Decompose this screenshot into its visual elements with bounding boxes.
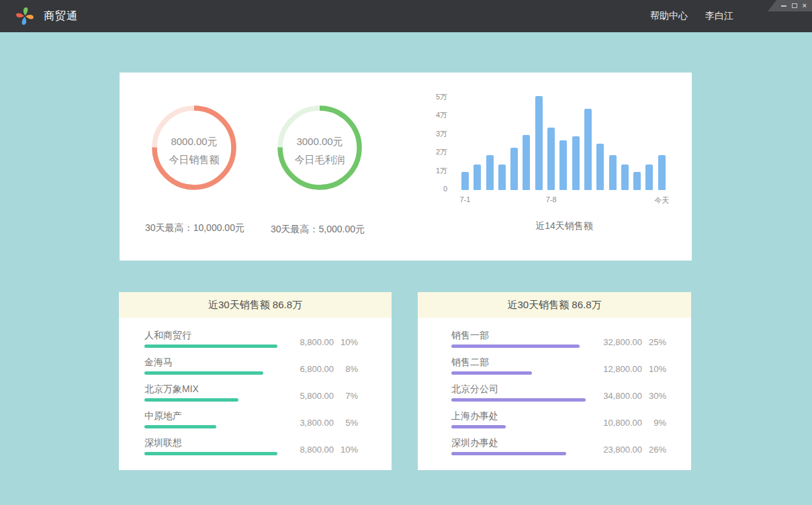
ranking-row: 上海办事处10,800.009% bbox=[451, 410, 666, 428]
y-axis-tick: 0 bbox=[430, 183, 447, 194]
bar-chart-title: 近14天销售额 bbox=[461, 220, 667, 232]
today-profit-donut: 3000.00元 今日毛利润 bbox=[277, 105, 362, 190]
ranking-label: 北京万象MIX bbox=[144, 383, 285, 395]
x-axis-label: 7-8 bbox=[546, 195, 557, 203]
today-sales-donut: 8000.00元 今日销售额 bbox=[152, 105, 236, 190]
ranking-card-title: 近30天销售额 86.8万 bbox=[119, 292, 392, 318]
ranking-label: 销售二部 bbox=[451, 356, 594, 368]
ranking-label: 深圳办事处 bbox=[451, 437, 594, 449]
ranking-progress-bar bbox=[451, 452, 566, 455]
ranking-row-main: 北京万象MIX bbox=[144, 383, 285, 402]
maximize-button[interactable] bbox=[792, 3, 797, 8]
ranking-label: 中原地产 bbox=[144, 410, 285, 422]
overview-card: 8000.00元 今日销售额 30天最高：10,000.00元 3000.00元… bbox=[120, 73, 692, 261]
ranking-row: 销售一部32,800.0025% bbox=[451, 329, 666, 348]
ranking-label: 人和商贸行 bbox=[144, 329, 285, 341]
ranking-values: 8,800.0010% bbox=[285, 445, 358, 455]
ranking-row-main: 北京分公司 bbox=[451, 383, 594, 402]
ranking-values: 6,800.008% bbox=[285, 364, 358, 375]
ranking-values: 32,800.0025% bbox=[594, 337, 666, 348]
ranking-row: 销售二部12,800.0010% bbox=[451, 356, 666, 375]
ranking-percent: 30% bbox=[642, 391, 666, 401]
ranking-values: 12,800.0010% bbox=[594, 364, 666, 375]
ranking-progress-bar bbox=[451, 345, 580, 348]
x-axis-label: 今天 bbox=[654, 195, 669, 205]
y-axis-tick: 2万 bbox=[430, 146, 447, 157]
app-title: 商贸通 bbox=[44, 9, 78, 24]
ranking-label: 金海马 bbox=[144, 356, 285, 368]
close-button[interactable]: × bbox=[803, 2, 807, 9]
ranking-percent: 25% bbox=[642, 337, 666, 347]
ranking-progress-bar bbox=[451, 371, 532, 375]
ranking-row-main: 销售一部 bbox=[451, 329, 594, 348]
ranking-row-main: 深圳联想 bbox=[144, 437, 285, 455]
help-center-link[interactable]: 帮助中心 bbox=[650, 10, 688, 22]
ranking-amount: 3,800.00 bbox=[285, 418, 334, 428]
minimize-button[interactable] bbox=[781, 5, 786, 7]
ranking-values: 5,800.007% bbox=[285, 391, 358, 402]
ranking-row-main: 深圳办事处 bbox=[451, 437, 594, 455]
donut-center-text: 3000.00元 今日毛利润 bbox=[277, 105, 362, 190]
ranking-progress-bar bbox=[451, 398, 586, 402]
ranking-row: 金海马6,800.008% bbox=[144, 356, 358, 375]
ranking-list: 人和商贸行8,800.0010%金海马6,800.008%北京万象MIX5,80… bbox=[119, 318, 392, 455]
profit-30d-max: 30天最高：5,000.00元 bbox=[230, 224, 405, 236]
chart-bar bbox=[621, 165, 629, 191]
ranking-row: 深圳联想8,800.0010% bbox=[144, 437, 358, 455]
ranking-row: 深圳办事处23,800.0026% bbox=[451, 437, 666, 455]
ranking-amount: 12,800.00 bbox=[594, 364, 642, 374]
chart-bar bbox=[572, 136, 580, 190]
chart-bar bbox=[559, 140, 567, 190]
user-name-link[interactable]: 李白江 bbox=[705, 10, 733, 22]
x-axis-label: 7-1 bbox=[460, 195, 471, 203]
ranking-percent: 10% bbox=[334, 337, 358, 347]
ranking-progress-bar bbox=[144, 371, 263, 375]
y-axis-tick: 3万 bbox=[430, 128, 447, 139]
ranking-values: 34,800.0030% bbox=[594, 391, 666, 402]
ranking-label: 销售一部 bbox=[451, 329, 594, 341]
today-sales-value: 8000.00元 bbox=[171, 136, 217, 148]
chart-bar bbox=[510, 148, 518, 190]
pinwheel-logo-icon bbox=[15, 6, 35, 26]
chart-bar bbox=[645, 165, 653, 191]
chart-bar bbox=[461, 172, 469, 191]
ranking-percent: 10% bbox=[642, 364, 666, 374]
ranking-row: 人和商贸行8,800.0010% bbox=[144, 329, 358, 348]
chart-bar bbox=[547, 128, 555, 191]
brand: 商贸通 bbox=[0, 6, 78, 26]
titlebar: 商贸通 帮助中心 李白江 × bbox=[0, 0, 812, 32]
ranking-amount: 32,800.00 bbox=[594, 337, 642, 347]
ranking-card-title: 近30天销售额 86.8万 bbox=[418, 292, 691, 318]
customer-sales-ranking-card: 近30天销售额 86.8万 人和商贸行8,800.0010%金海马6,800.0… bbox=[119, 292, 392, 470]
donut-center-text: 8000.00元 今日销售额 bbox=[152, 105, 236, 190]
ranking-progress-bar bbox=[144, 452, 277, 455]
ranking-values: 3,800.005% bbox=[285, 418, 358, 428]
ranking-amount: 5,800.00 bbox=[285, 391, 334, 401]
chart-bar bbox=[498, 165, 506, 191]
y-axis-tick: 1万 bbox=[430, 165, 447, 176]
ranking-row: 北京分公司34,800.0030% bbox=[451, 383, 666, 402]
ranking-amount: 8,800.00 bbox=[285, 337, 334, 347]
ranking-percent: 26% bbox=[642, 445, 666, 455]
ranking-percent: 8% bbox=[334, 364, 358, 374]
ranking-row-main: 上海办事处 bbox=[451, 410, 594, 428]
department-sales-ranking-card: 近30天销售额 86.8万 销售一部32,800.0025%销售二部12,800… bbox=[418, 292, 691, 470]
window-controls: × bbox=[768, 0, 812, 11]
ranking-label: 上海办事处 bbox=[451, 410, 594, 422]
ranking-percent: 10% bbox=[334, 445, 358, 455]
app-window: 商贸通 帮助中心 李白江 × 8000.00元 今日销售额 30天最高：10,0… bbox=[0, 0, 812, 505]
chart-bar bbox=[584, 109, 592, 190]
chart-bar bbox=[473, 165, 481, 191]
titlebar-nav: 帮助中心 李白江 bbox=[650, 10, 812, 22]
chart-bar bbox=[486, 155, 494, 190]
ranking-amount: 10,800.00 bbox=[594, 418, 642, 428]
chart-bar bbox=[658, 155, 666, 190]
ranking-label: 北京分公司 bbox=[451, 383, 594, 395]
today-profit-value: 3000.00元 bbox=[296, 136, 343, 148]
chart-bar bbox=[523, 135, 530, 191]
ranking-amount: 34,800.00 bbox=[594, 391, 642, 401]
ranking-percent: 9% bbox=[642, 418, 666, 428]
ranking-values: 10,800.009% bbox=[594, 418, 666, 428]
ranking-values: 8,800.0010% bbox=[285, 337, 358, 348]
chart-bar bbox=[609, 155, 617, 190]
